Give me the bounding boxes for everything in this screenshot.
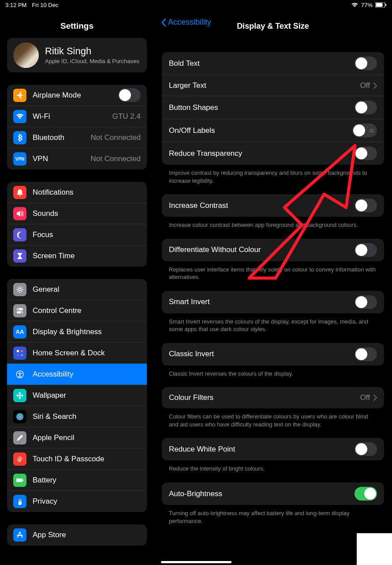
toggle[interactable] bbox=[355, 295, 377, 309]
setting-row-increase-contrast[interactable]: Increase Contrast bbox=[162, 194, 384, 217]
sidebar-title: Settings bbox=[0, 21, 154, 31]
setting-row-auto-brightness[interactable]: Auto-Brightness bbox=[162, 482, 384, 505]
setting-label: On/Off Labels bbox=[169, 126, 215, 135]
chevron-right-icon bbox=[373, 83, 377, 89]
sidebar-item-control-centre[interactable]: Control Centre bbox=[7, 300, 147, 321]
setting-value: Off bbox=[360, 393, 370, 402]
svg-rect-8 bbox=[17, 350, 19, 352]
sidebar-item-sounds[interactable]: Sounds bbox=[7, 203, 147, 224]
aa-icon: AA bbox=[13, 325, 26, 339]
setting-row-button-shapes[interactable]: Button Shapes bbox=[162, 96, 384, 119]
svg-rect-9 bbox=[21, 350, 23, 352]
toggle[interactable] bbox=[355, 101, 377, 114]
setting-row-classic-invert[interactable]: Classic Invert bbox=[162, 343, 384, 365]
sidebar-item-label: Siri & Search bbox=[33, 412, 76, 421]
svg-point-18 bbox=[21, 394, 23, 396]
toggle[interactable] bbox=[355, 56, 377, 70]
chevron-left-icon bbox=[161, 18, 166, 27]
auto-brightness-footer: Turning off auto-brightness may affect b… bbox=[169, 509, 377, 525]
toggle[interactable] bbox=[355, 487, 377, 501]
profile-sub: Apple ID, iCloud, Media & Purchases bbox=[45, 58, 139, 65]
svg-rect-11 bbox=[21, 354, 23, 356]
sidebar-item-label: Notifications bbox=[33, 188, 74, 197]
smart-invert-footer: Smart Invert reverses the colours of the… bbox=[169, 318, 377, 333]
home-indicator bbox=[161, 561, 231, 563]
sidebar-item-label: Focus bbox=[33, 230, 53, 239]
sidebar-item-wi-fi[interactable]: Wi-FiGTU 2.4 bbox=[7, 106, 147, 127]
battery-icon bbox=[13, 474, 26, 487]
bell-icon bbox=[13, 186, 26, 199]
row-value: Not Connected bbox=[91, 133, 141, 142]
sidebar-item-label: App Store bbox=[33, 531, 66, 539]
sidebar-item-battery[interactable]: Battery bbox=[7, 470, 147, 491]
sidebar-item-privacy[interactable]: Privacy bbox=[7, 491, 147, 512]
setting-row-larger-text[interactable]: Larger TextOff bbox=[162, 75, 384, 96]
setting-row-colour-filters[interactable]: Colour FiltersOff bbox=[162, 387, 384, 408]
profile-row[interactable]: Ritik Singh Apple ID, iCloud, Media & Pu… bbox=[7, 38, 147, 72]
toggle[interactable] bbox=[355, 147, 377, 160]
sidebar-item-home-screen-dock[interactable]: Home Screen & Dock bbox=[7, 343, 147, 364]
setting-row-reduce-white-point[interactable]: Reduce White Point bbox=[162, 438, 384, 460]
white-point-group: Reduce White Point bbox=[162, 438, 384, 460]
sidebar-item-bluetooth[interactable]: BluetoothNot Connected bbox=[7, 127, 147, 148]
toggle[interactable] bbox=[118, 88, 141, 102]
main-title: Display & Text Size bbox=[237, 22, 309, 31]
setting-row-bold-text[interactable]: Bold Text bbox=[162, 52, 384, 75]
wifi-icon bbox=[13, 110, 26, 123]
setting-label: Smart Invert bbox=[169, 298, 210, 306]
white-point-footer: Reduce the intensity of bright colours. bbox=[169, 465, 377, 473]
setting-label: Increase Contrast bbox=[169, 201, 228, 210]
sidebar-item-accessibility[interactable]: Accessibility bbox=[7, 364, 147, 385]
sidebar-item-touch-id-passcode[interactable]: Touch ID & Passcode bbox=[7, 448, 147, 470]
setting-row-smart-invert[interactable]: Smart Invert bbox=[162, 291, 384, 313]
sidebar-item-airplane-mode[interactable]: Airplane Mode bbox=[7, 85, 147, 106]
sidebar-item-notifications[interactable]: Notifications bbox=[7, 182, 147, 203]
svg-point-3 bbox=[19, 288, 21, 291]
sidebar-item-label: Wi-Fi bbox=[33, 112, 50, 121]
setting-label: Larger Text bbox=[169, 81, 206, 90]
back-button[interactable]: Accessibility bbox=[161, 18, 211, 27]
setting-label: Auto-Brightness bbox=[169, 490, 222, 498]
toggle[interactable] bbox=[355, 347, 377, 361]
setting-label: Button Shapes bbox=[169, 103, 218, 112]
toggle[interactable] bbox=[355, 243, 377, 257]
reduce-transparency-footer: Improve contrast by reducing transparenc… bbox=[169, 169, 377, 185]
sidebar-item-siri-search[interactable]: Siri & Search bbox=[7, 406, 147, 427]
airplane-icon bbox=[13, 89, 26, 102]
toggle[interactable] bbox=[355, 442, 377, 456]
settings-sidebar: Settings Ritik Singh Apple ID, iCloud, M… bbox=[0, 0, 154, 565]
svg-point-17 bbox=[17, 394, 19, 396]
sidebar-item-label: Bluetooth bbox=[33, 133, 64, 142]
pencil-icon bbox=[13, 431, 26, 444]
setting-row-on-off-labels[interactable]: On/Off Labels bbox=[162, 119, 384, 142]
sidebar-item-screen-time[interactable]: Screen Time bbox=[7, 245, 147, 267]
moon-icon bbox=[13, 228, 26, 241]
sidebar-item-apple-pencil[interactable]: Apple Pencil bbox=[7, 427, 147, 448]
svg-point-15 bbox=[19, 392, 21, 394]
sidebar-item-vpn[interactable]: VPNVPNNot Connected bbox=[7, 148, 147, 170]
setting-row-reduce-transparency[interactable]: Reduce Transparency bbox=[162, 142, 384, 165]
sidebar-item-label: Battery bbox=[33, 476, 56, 485]
sidebar-item-label: VPN bbox=[33, 154, 48, 163]
battery-icon bbox=[375, 2, 387, 8]
grid-icon bbox=[13, 347, 26, 360]
sidebar-item-focus[interactable]: Focus bbox=[7, 224, 147, 245]
setting-row-differentiate-without-colour[interactable]: Differentiate Without Colour bbox=[162, 239, 384, 261]
sidebar-item-wallpaper[interactable]: Wallpaper bbox=[7, 385, 147, 406]
sidebar-item-app-store[interactable]: App Store bbox=[7, 524, 147, 546]
switches-icon bbox=[13, 304, 26, 317]
avatar bbox=[13, 42, 39, 68]
sidebar-item-display-brightness[interactable]: AADisplay & Brightness bbox=[7, 321, 147, 343]
main-panel: Accessibility Display & Text Size Bold T… bbox=[154, 0, 392, 565]
colour-filters-footer: Colour filters can be used to differenti… bbox=[169, 413, 377, 428]
classic-invert-footer: Classic Invert reverses the colours of t… bbox=[169, 370, 377, 378]
speaker-icon bbox=[13, 207, 26, 220]
toggle-onoff-labels[interactable] bbox=[352, 124, 377, 137]
sidebar-item-label: Screen Time bbox=[33, 252, 75, 260]
status-battery: 77% bbox=[361, 2, 373, 8]
sidebar-item-general[interactable]: General bbox=[7, 279, 147, 300]
vpn-icon: VPN bbox=[13, 152, 26, 166]
toggle[interactable] bbox=[355, 199, 377, 212]
connectivity-group: Airplane ModeWi-FiGTU 2.4BluetoothNot Co… bbox=[7, 85, 147, 170]
siri-icon bbox=[13, 410, 26, 423]
